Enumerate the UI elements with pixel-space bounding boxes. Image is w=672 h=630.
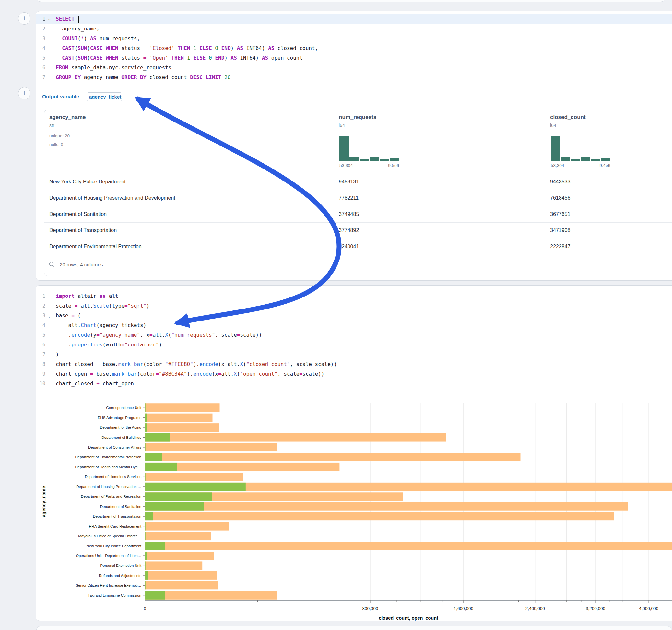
table-cell: New York City Police Department — [49, 174, 126, 190]
text-cursor — [78, 16, 79, 23]
histogram-bar — [339, 136, 349, 161]
code-line[interactable]: scale = alt.Scale(type="sqrt") — [56, 301, 149, 311]
table-cell: Department of Housing Preservation and D… — [49, 190, 175, 206]
column-stat: unique: 20 — [49, 134, 70, 138]
add-cell-button-output[interactable]: + — [18, 87, 30, 99]
code-line[interactable]: chart_closed + chart_open — [56, 379, 134, 389]
line-number: 9 — [31, 369, 45, 379]
table-row[interactable]: Department of Sanitation37494853677651 — [44, 206, 672, 222]
code-line[interactable]: import altair as alt — [56, 291, 118, 301]
divider — [36, 87, 672, 87]
table-cell: 7618456 — [550, 190, 570, 206]
table-cell: 7782211 — [339, 190, 359, 206]
code-line[interactable]: .properties(width="container") — [56, 340, 162, 350]
table-cell: Department of Transportation — [49, 222, 117, 239]
line-number: 2 — [31, 24, 45, 34]
table-row[interactable]: Department of Housing Preservation and D… — [44, 190, 672, 206]
table-cell: 2240041 — [339, 239, 359, 255]
table-cell: Department of Sanitation — [49, 206, 107, 222]
table-cell: 3774892 — [339, 222, 359, 239]
code-line[interactable]: COUNT(*) AS num_requests, — [56, 34, 140, 43]
code-line[interactable]: FROM sample_data.nyc.service_requests — [56, 63, 171, 73]
column-histogram[interactable] — [339, 136, 399, 161]
svg-text:Correspondence Unit: Correspondence Unit — [106, 406, 141, 410]
histogram-bar — [390, 159, 399, 161]
line-number: 6 — [31, 63, 45, 73]
table-cell: 9443533 — [550, 174, 570, 190]
histogram-bar — [551, 136, 560, 161]
line-number: 2 — [31, 301, 45, 311]
histogram-bar — [350, 157, 359, 161]
histogram-bar — [571, 159, 580, 161]
svg-text:agency_name: agency_name — [41, 486, 46, 517]
code-line[interactable]: agency_name, — [56, 24, 99, 34]
histogram-bar — [601, 159, 610, 161]
output-variable-pill[interactable]: agency_tickets — [87, 92, 122, 101]
svg-text:Personal Exemption Unit: Personal Exemption Unit — [100, 563, 141, 567]
histogram-bar — [591, 159, 600, 161]
svg-text:1,600,000: 1,600,000 — [454, 606, 473, 611]
svg-text:Senior Citizen Rent Increase E: Senior Citizen Rent Increase Exempti… — [75, 583, 141, 587]
code-line[interactable]: .encode(y="agency_name", x=alt.X("num_re… — [56, 330, 262, 340]
column-histogram[interactable] — [551, 136, 610, 161]
python-fold-chevron-icon[interactable]: ⌄ — [47, 314, 52, 319]
svg-text:Department of Parks and Recrea: Department of Parks and Recreation — [81, 494, 141, 499]
table-row[interactable]: Department of Environmental Protection22… — [44, 239, 672, 255]
sql-fold-chevron-icon[interactable]: ⌄ — [47, 17, 52, 21]
histogram-bar — [581, 157, 590, 161]
code-line[interactable]: chart_closed = base.mark_bar(color="#FFC… — [56, 359, 337, 369]
table-cell: 3471908 — [550, 222, 570, 239]
svg-text:Department of Transportation: Department of Transportation — [93, 514, 141, 518]
column-header[interactable]: num_requests — [339, 114, 376, 121]
line-number: 4 — [31, 320, 45, 330]
code-line[interactable]: SELECT — [56, 14, 77, 24]
code-line[interactable]: alt.Chart(agency_tickets) — [56, 320, 146, 330]
code-line[interactable]: CAST(SUM(CASE WHEN status = 'Open' THEN … — [56, 53, 303, 63]
divider — [36, 105, 672, 105]
line-number: 3 — [31, 311, 45, 320]
svg-text:4,000,000: 4,000,000 — [639, 606, 658, 611]
line-number: 7 — [31, 73, 45, 82]
svg-text:Department of Sanitation: Department of Sanitation — [100, 505, 141, 508]
code-line[interactable]: chart_open = base.mark_bar(color="#8BC34… — [56, 369, 325, 379]
svg-text:closed_count, open_count: closed_count, open_count — [379, 615, 438, 621]
line-number: 8 — [31, 359, 45, 369]
line-number: 1 — [31, 14, 45, 24]
line-number: 1 — [31, 291, 45, 301]
line-number: 4 — [31, 43, 45, 53]
table-row[interactable]: Department of Transportation377489234719… — [44, 222, 672, 239]
bar-chart[interactable]: Correspondence UnitDHS Advantage Program… — [35, 395, 672, 622]
table-cell: 3677651 — [550, 206, 570, 222]
table-header-border — [44, 172, 672, 172]
add-cell-button-top[interactable]: + — [18, 12, 30, 25]
svg-text:Department of Buildings: Department of Buildings — [101, 436, 141, 439]
svg-text:Refunds and Adjustments: Refunds and Adjustments — [99, 574, 141, 578]
histogram-max-label: 9.4e6 — [551, 163, 610, 168]
python-gutter-divider — [53, 291, 53, 389]
line-number: 6 — [31, 340, 45, 350]
histogram-bar — [369, 157, 379, 161]
svg-text:Department of Consumer Affairs: Department of Consumer Affairs — [88, 445, 141, 449]
active-line-highlight — [36, 14, 672, 24]
svg-text:Mayorâ€ s Office of Special En: Mayorâ€ s Office of Special Enforce… — [78, 534, 141, 538]
column-dtype: i64 — [339, 123, 345, 128]
sql-gutter-divider — [53, 14, 53, 82]
column-dtype: i64 — [550, 123, 556, 128]
line-number: 5 — [31, 53, 45, 63]
table-row[interactable]: New York City Police Department945313194… — [44, 174, 672, 190]
svg-text:Operations Unit - Department o: Operations Unit - Department of Hom… — [76, 554, 141, 558]
column-header[interactable]: closed_count — [550, 114, 586, 121]
column-header[interactable]: agency_name — [49, 114, 86, 121]
svg-text:New York City Police Departmen: New York City Police Department — [87, 544, 142, 548]
column-stat: nulls: 0 — [49, 142, 63, 147]
code-line[interactable]: ) — [56, 350, 59, 359]
code-line[interactable]: CAST(SUM(CASE WHEN status = 'Closed' THE… — [56, 43, 318, 53]
search-icon[interactable] — [49, 261, 55, 268]
svg-text:3,200,000: 3,200,000 — [586, 606, 605, 611]
output-variable-label: Output variable: — [42, 92, 81, 101]
code-line[interactable]: base = ( — [56, 311, 81, 320]
line-number: 7 — [31, 350, 45, 359]
code-line[interactable]: GROUP BY agency_name ORDER BY closed_cou… — [56, 73, 231, 82]
notebook-page: { "colors": { "arrow_blue": "#2b5be0", "… — [0, 0, 672, 630]
svg-text:DHS Advantage Programs: DHS Advantage Programs — [98, 416, 141, 420]
